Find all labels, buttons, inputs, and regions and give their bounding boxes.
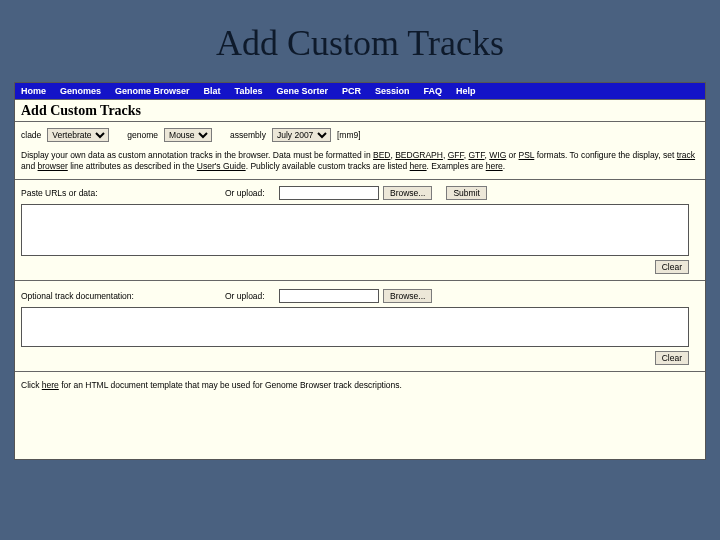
paste-data-row: Paste URLs or data: Or upload: Browse...… xyxy=(15,180,705,204)
assembly-selectors: clade Vertebrate genome Mouse assembly J… xyxy=(15,122,705,146)
upload-file-input-2[interactable] xyxy=(279,289,379,303)
link-bed[interactable]: BED xyxy=(373,150,390,160)
clear-button-1[interactable]: Clear xyxy=(655,260,689,274)
link-gff[interactable]: GFF xyxy=(448,150,464,160)
link-public-tracks[interactable]: here xyxy=(410,161,427,171)
top-nav: Home Genomes Genome Browser Blat Tables … xyxy=(15,83,705,99)
footer-note: Click here for an HTML document template… xyxy=(15,374,705,396)
genome-select[interactable]: Mouse xyxy=(164,128,212,142)
genome-label: genome xyxy=(127,130,158,140)
upload-file-input-1[interactable] xyxy=(279,186,379,200)
assembly-id: [mm9] xyxy=(337,130,361,140)
or-upload-label-2: Or upload: xyxy=(225,291,275,301)
clear-button-2[interactable]: Clear xyxy=(655,351,689,365)
link-users-guide[interactable]: User's Guide xyxy=(197,161,246,171)
nav-pcr[interactable]: PCR xyxy=(342,86,361,96)
nav-faq[interactable]: FAQ xyxy=(423,86,442,96)
app-panel: Home Genomes Genome Browser Blat Tables … xyxy=(14,82,706,460)
slide-title: Add Custom Tracks xyxy=(0,0,720,82)
nav-gene-sorter[interactable]: Gene Sorter xyxy=(276,86,328,96)
link-examples[interactable]: here xyxy=(486,161,503,171)
nav-home[interactable]: Home xyxy=(21,86,46,96)
nav-genomes[interactable]: Genomes xyxy=(60,86,101,96)
nav-tables[interactable]: Tables xyxy=(235,86,263,96)
link-template[interactable]: here xyxy=(42,380,59,390)
link-browser[interactable]: browser xyxy=(38,161,68,171)
doc-label: Optional track documentation: xyxy=(21,291,221,301)
submit-button[interactable]: Submit xyxy=(446,186,486,200)
description-text: Display your own data as custom annotati… xyxy=(15,146,705,180)
nav-session[interactable]: Session xyxy=(375,86,410,96)
or-upload-label-1: Or upload: xyxy=(225,188,275,198)
doc-row: Optional track documentation: Or upload:… xyxy=(15,283,705,307)
link-psl[interactable]: PSL xyxy=(519,150,535,160)
doc-textarea[interactable] xyxy=(21,307,689,347)
assembly-select[interactable]: July 2007 xyxy=(272,128,331,142)
nav-help[interactable]: Help xyxy=(456,86,476,96)
link-bedgraph[interactable]: BEDGRAPH xyxy=(395,150,443,160)
link-gtf[interactable]: GTF xyxy=(468,150,484,160)
paste-label: Paste URLs or data: xyxy=(21,188,221,198)
nav-genome-browser[interactable]: Genome Browser xyxy=(115,86,190,96)
browse-button-2[interactable]: Browse... xyxy=(383,289,432,303)
link-track[interactable]: track xyxy=(677,150,695,160)
browse-button-1[interactable]: Browse... xyxy=(383,186,432,200)
clade-select[interactable]: Vertebrate xyxy=(47,128,109,142)
paste-data-textarea[interactable] xyxy=(21,204,689,256)
clade-label: clade xyxy=(21,130,41,140)
link-wig[interactable]: WIG xyxy=(489,150,506,160)
nav-blat[interactable]: Blat xyxy=(204,86,221,96)
assembly-label: assembly xyxy=(230,130,266,140)
page-heading: Add Custom Tracks xyxy=(15,99,705,122)
